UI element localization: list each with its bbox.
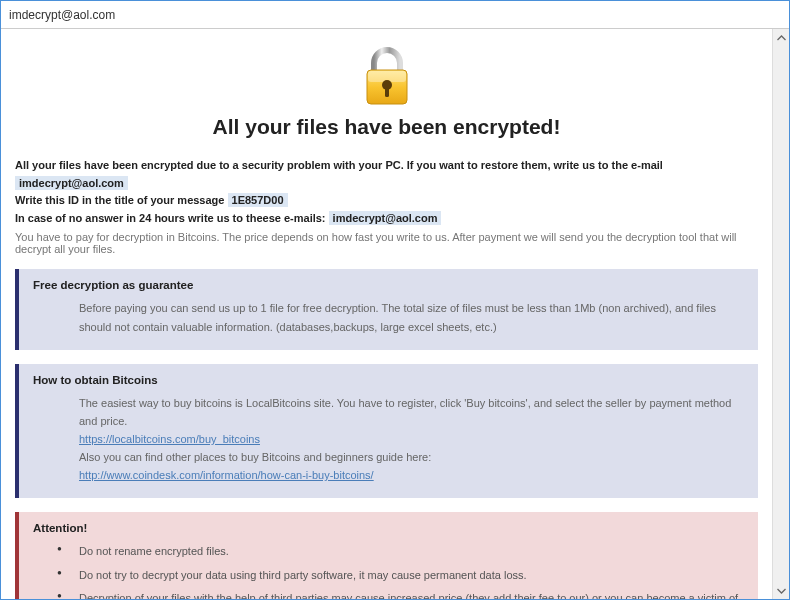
- attention-item: Do not try to decrypt your data using th…: [79, 566, 744, 584]
- scroll-down-button[interactable]: [773, 582, 789, 599]
- intro-text-2: Write this ID in the title of your messa…: [15, 194, 228, 206]
- intro-line-2: Write this ID in the title of your messa…: [15, 192, 758, 210]
- intro-text-3: In case of no answer in 24 hours write u…: [15, 212, 329, 224]
- bitcoins-line-2: Also you can find other places to buy Bi…: [79, 448, 744, 466]
- titlebar[interactable]: imdecrypt@aol.com: [1, 1, 789, 29]
- box-guarantee: Free decryption as guarantee Before payi…: [15, 269, 758, 349]
- content-wrapper: All your files have been encrypted! All …: [1, 29, 789, 599]
- attention-item: Do not rename encrypted files.: [79, 542, 744, 560]
- scroll-track[interactable]: [773, 46, 789, 582]
- lock-icon: [15, 45, 758, 107]
- box-attention-body: Do not rename encrypted files. Do not tr…: [79, 542, 744, 599]
- chevron-up-icon: [777, 35, 786, 41]
- svg-rect-3: [385, 87, 389, 97]
- email-highlight-1: imdecrypt@aol.com: [15, 176, 128, 190]
- content: All your files have been encrypted! All …: [1, 29, 772, 599]
- box-bitcoins-title: How to obtain Bitcoins: [33, 374, 744, 386]
- box-attention: Attention! Do not rename encrypted files…: [15, 512, 758, 599]
- main-heading: All your files have been encrypted!: [15, 115, 758, 139]
- box-attention-title: Attention!: [33, 522, 744, 534]
- scroll-up-button[interactable]: [773, 29, 789, 46]
- window-title: imdecrypt@aol.com: [9, 8, 115, 22]
- scrollbar[interactable]: [772, 29, 789, 599]
- payment-note: You have to pay for decryption in Bitcoi…: [15, 231, 758, 255]
- window: imdecrypt@aol.com: [0, 0, 790, 600]
- box-bitcoins-body: The easiest way to buy bitcoins is Local…: [79, 394, 744, 485]
- box-bitcoins: How to obtain Bitcoins The easiest way t…: [15, 364, 758, 499]
- box-guarantee-body: Before paying you can send us up to 1 fi…: [79, 299, 744, 335]
- intro-line-3: In case of no answer in 24 hours write u…: [15, 210, 758, 228]
- intro-block: All your files have been encrypted due t…: [15, 157, 758, 227]
- intro-line-1: All your files have been encrypted due t…: [15, 157, 758, 192]
- attention-list: Do not rename encrypted files. Do not tr…: [79, 542, 744, 599]
- id-highlight: 1E857D00: [228, 193, 288, 207]
- bitcoins-link-1[interactable]: https://localbitcoins.com/buy_bitcoins: [79, 433, 260, 445]
- chevron-down-icon: [777, 588, 786, 594]
- intro-text-1: All your files have been encrypted due t…: [15, 159, 663, 171]
- attention-item: Decryption of your files with the help o…: [79, 589, 744, 599]
- bitcoins-link-2[interactable]: http://www.coindesk.com/information/how-…: [79, 469, 374, 481]
- bitcoins-line-1: The easiest way to buy bitcoins is Local…: [79, 394, 744, 430]
- email-highlight-2: imdecrypt@aol.com: [329, 211, 442, 225]
- box-guarantee-title: Free decryption as guarantee: [33, 279, 744, 291]
